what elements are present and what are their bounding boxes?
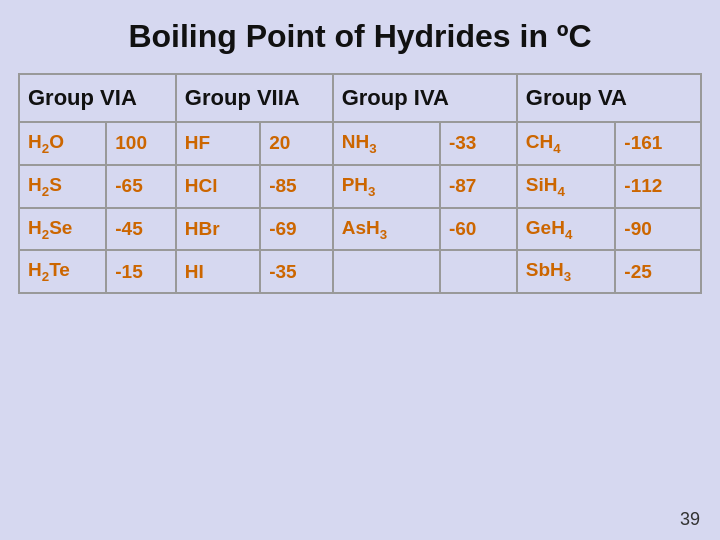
table-row: H2Se -45 HBr -69 AsH3 -60 GeH4 -90 (19, 208, 701, 251)
row2-c2-compound: HCl (176, 165, 260, 208)
row3-c4-compound: GeH4 (517, 208, 616, 251)
row2-c3-value: -87 (440, 165, 517, 208)
row3-c1-compound: H2Se (19, 208, 106, 251)
page-number: 39 (680, 509, 700, 530)
row1-c1-value: 100 (106, 122, 176, 165)
header-group-iva: Group IVA (333, 74, 517, 122)
row3-c2-value: -69 (260, 208, 333, 251)
table-row: H2Te -15 HI -35 SbH3 -25 (19, 250, 701, 293)
data-table: Group VIA Group VIIA Group IVA Group VA … (18, 73, 702, 294)
row3-c4-value: -90 (615, 208, 701, 251)
table-wrapper: Group VIA Group VIIA Group IVA Group VA … (18, 73, 702, 294)
row2-c2-value: -85 (260, 165, 333, 208)
row4-c4-value: -25 (615, 250, 701, 293)
row4-c3-value (440, 250, 517, 293)
row4-c3-compound (333, 250, 440, 293)
row2-c1-value: -65 (106, 165, 176, 208)
row2-c4-value: -112 (615, 165, 701, 208)
table-row: H2O 100 HF 20 NH3 -33 CH4 -161 (19, 122, 701, 165)
header-group-via: Group VIA (19, 74, 176, 122)
row4-c1-compound: H2Te (19, 250, 106, 293)
row4-c4-compound: SbH3 (517, 250, 616, 293)
row1-c4-compound: CH4 (517, 122, 616, 165)
row1-c4-value: -161 (615, 122, 701, 165)
row3-c3-value: -60 (440, 208, 517, 251)
row1-c2-compound: HF (176, 122, 260, 165)
header-group-va: Group VA (517, 74, 701, 122)
row3-c1-value: -45 (106, 208, 176, 251)
row4-c1-value: -15 (106, 250, 176, 293)
table-row: H2S -65 HCl -85 PH3 -87 SiH4 -112 (19, 165, 701, 208)
title: Boiling Point of Hydrides in ºC (0, 0, 720, 73)
row2-c3-compound: PH3 (333, 165, 440, 208)
row1-c1-compound: H2O (19, 122, 106, 165)
row1-c3-value: -33 (440, 122, 517, 165)
row2-c1-compound: H2S (19, 165, 106, 208)
row4-c2-compound: HI (176, 250, 260, 293)
row4-c2-value: -35 (260, 250, 333, 293)
row3-c2-compound: HBr (176, 208, 260, 251)
row1-c3-compound: NH3 (333, 122, 440, 165)
row2-c4-compound: SiH4 (517, 165, 616, 208)
header-group-viia: Group VIIA (176, 74, 333, 122)
row3-c3-compound: AsH3 (333, 208, 440, 251)
row1-c2-value: 20 (260, 122, 333, 165)
